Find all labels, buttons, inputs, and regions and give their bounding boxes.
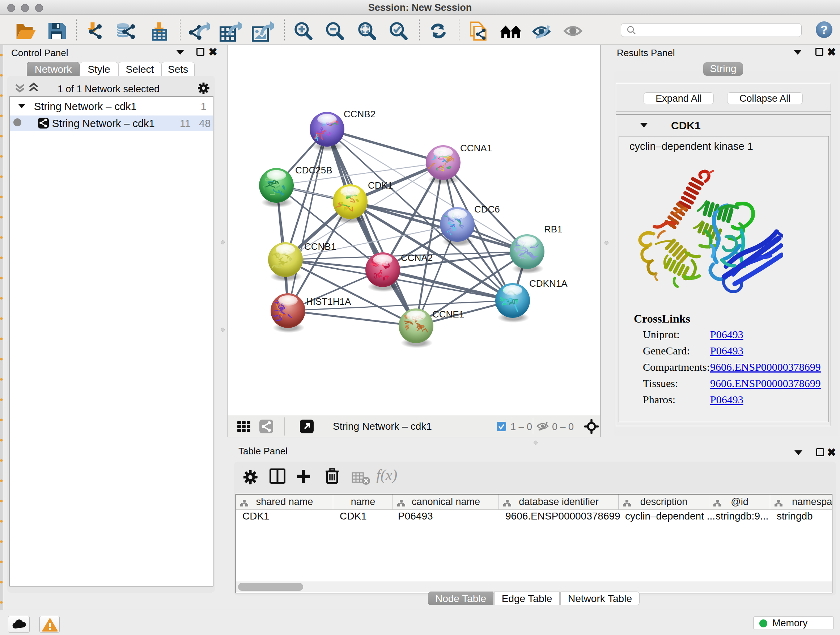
svg-text:CCNE1: CCNE1 bbox=[432, 309, 464, 320]
svg-text:CDK1: CDK1 bbox=[368, 180, 393, 191]
svg-text:CCNA2: CCNA2 bbox=[401, 252, 433, 263]
svg-text:CCNA1: CCNA1 bbox=[460, 143, 492, 154]
svg-text:HIST1H1A: HIST1H1A bbox=[306, 296, 351, 307]
svg-text:RB1: RB1 bbox=[544, 224, 562, 234]
svg-text:CCNB1: CCNB1 bbox=[304, 241, 336, 252]
svg-text:CDKN1A: CDKN1A bbox=[529, 278, 568, 289]
svg-text:CDC6: CDC6 bbox=[474, 204, 500, 215]
svg-text:CCNB2: CCNB2 bbox=[344, 109, 376, 119]
svg-text:CDC25B: CDC25B bbox=[295, 165, 332, 176]
